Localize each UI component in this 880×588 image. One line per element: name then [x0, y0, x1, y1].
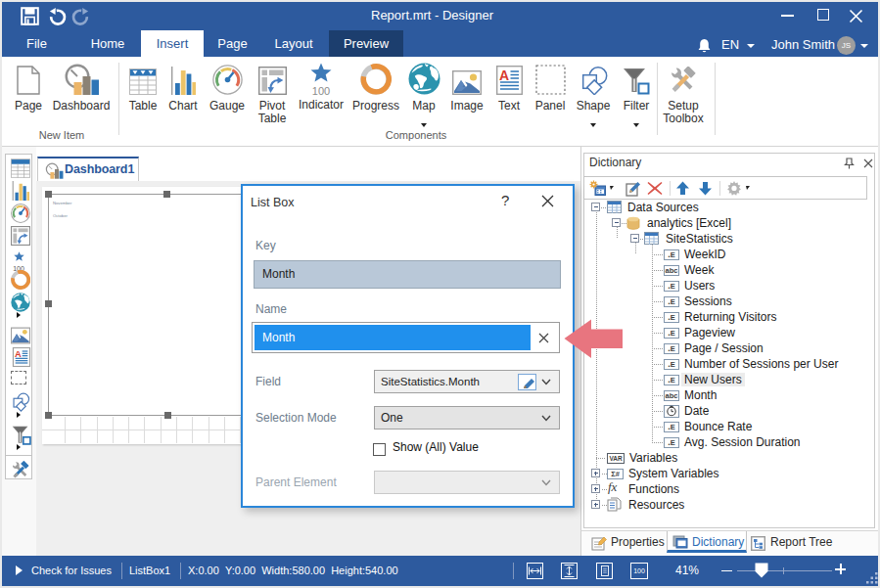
svg-text:A: A — [15, 349, 22, 359]
svg-text:A: A — [498, 68, 508, 83]
